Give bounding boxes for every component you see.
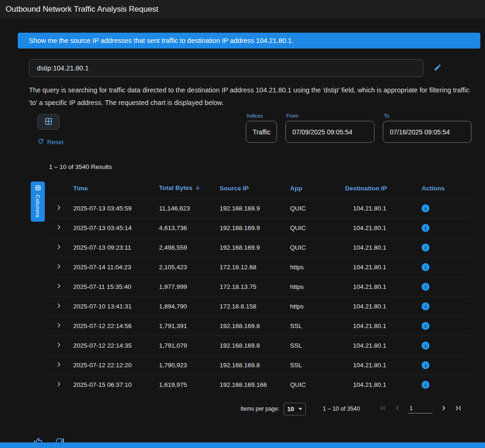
header-app[interactable]: App xyxy=(290,181,345,199)
cell-destination-ip: 104.21.80.1 xyxy=(345,297,422,316)
cell-app: SSL xyxy=(290,336,345,356)
row-info-button[interactable] xyxy=(422,302,430,310)
table-row: 2025-07-10 13:41:31 1,894,790 172.18.8.1… xyxy=(49,297,471,316)
columns-button-label: Columns xyxy=(35,195,41,217)
table-header-row: Time Total Bytes Source IP App Destinati… xyxy=(49,181,471,199)
row-expand-button[interactable] xyxy=(55,204,62,212)
cell-destination-ip: 104.21.80.1 xyxy=(345,258,422,277)
cell-total-bytes: 1,894,790 xyxy=(159,297,220,316)
controls-row: Reset Indices Traffic From 07/09/2025 09… xyxy=(0,113,485,150)
cell-source-ip: 172.18.13.75 xyxy=(220,277,290,297)
row-info-button[interactable] xyxy=(422,381,430,389)
items-per-page-select[interactable]: 10 xyxy=(284,403,306,415)
last-page-button[interactable] xyxy=(454,404,463,414)
table-row: 2025-07-12 22:14:56 1,791,391 192.168.16… xyxy=(49,316,471,336)
cell-time: 2025-07-15 06:37:10 xyxy=(73,375,159,395)
cell-total-bytes: 11,146,623 xyxy=(159,199,220,218)
table-row: 2025-07-11 15:35:40 1,977,999 172.18.13.… xyxy=(49,277,471,297)
cell-time: 2025-07-13 03:45:59 xyxy=(73,199,159,218)
sort-desc-icon xyxy=(194,185,201,192)
row-info-button[interactable] xyxy=(422,361,430,369)
page-title: Outbound Network Traffic Analysis Reques… xyxy=(6,5,159,14)
header-time[interactable]: Time xyxy=(73,181,159,199)
row-info-button[interactable] xyxy=(422,244,430,252)
first-page-button[interactable] xyxy=(379,404,388,414)
chevron-left-icon xyxy=(393,404,402,414)
chevron-right-icon xyxy=(55,381,62,389)
header-total-bytes[interactable]: Total Bytes xyxy=(159,181,220,199)
query-input[interactable] xyxy=(29,59,423,77)
cell-time: 2025-07-13 09:23:11 xyxy=(73,238,159,258)
pagination-bar: Items per page: 10 1 – 10 of 3540 xyxy=(49,402,471,416)
row-info-button[interactable] xyxy=(422,224,430,232)
row-expand-button[interactable] xyxy=(55,224,62,232)
chevron-right-icon xyxy=(55,204,62,212)
cell-source-ip: 192.168.169.9 xyxy=(220,218,290,238)
cell-app: QUIC xyxy=(290,199,345,218)
info-icon xyxy=(422,283,430,291)
columns-button[interactable]: Columns xyxy=(31,182,45,222)
row-info-button[interactable] xyxy=(422,263,430,271)
next-page-button[interactable] xyxy=(439,404,448,414)
from-filter: From 07/09/2025 09:05:54 xyxy=(285,113,374,143)
row-expand-button[interactable] xyxy=(55,283,62,291)
header-actions: Actions xyxy=(422,181,471,199)
header-source-ip[interactable]: Source IP xyxy=(220,181,290,199)
table-body: 2025-07-13 03:45:59 11,146,623 192.168.1… xyxy=(49,199,471,395)
cell-app: https xyxy=(290,297,345,316)
row-info-button[interactable] xyxy=(422,283,430,291)
prev-page-button[interactable] xyxy=(393,404,402,414)
cell-app: SSL xyxy=(290,316,345,336)
row-expand-button[interactable] xyxy=(55,361,62,369)
edit-query-button[interactable] xyxy=(434,63,442,73)
indices-select[interactable]: Traffic xyxy=(246,121,277,143)
caret-down-icon xyxy=(298,408,302,410)
prompt-banner: Show me the source IP addresses that sen… xyxy=(18,33,480,49)
row-expand-button[interactable] xyxy=(55,263,62,271)
query-explanation: The query is searching for traffic data … xyxy=(29,84,471,109)
chevron-right-icon xyxy=(55,224,62,232)
to-date-input[interactable]: 07/16/2025 09:05:54 xyxy=(383,121,471,143)
table-row: 2025-07-15 06:37:10 1,619,975 192.168.16… xyxy=(49,375,471,395)
first-page-icon xyxy=(379,404,388,414)
cell-time: 2025-07-14 11:04:23 xyxy=(73,258,159,277)
row-info-button[interactable] xyxy=(422,342,430,350)
grid-view-icon xyxy=(44,117,53,127)
chart-view-button[interactable] xyxy=(37,114,60,130)
row-expand-button[interactable] xyxy=(55,381,62,389)
to-filter: To 07/16/2025 09:05:54 xyxy=(383,113,471,143)
chevron-right-icon xyxy=(55,361,62,369)
cell-app: https xyxy=(290,277,345,297)
items-per-page-label: Items per page: xyxy=(241,406,279,412)
refresh-icon xyxy=(37,138,44,146)
results-table-container: Columns Time Total Bytes Source IP App D… xyxy=(49,181,471,416)
indices-label: Indices xyxy=(247,113,277,119)
row-expand-button[interactable] xyxy=(55,342,62,350)
reset-button[interactable]: Reset xyxy=(37,138,63,146)
cell-total-bytes: 4,613,736 xyxy=(159,218,220,238)
cell-time: 2025-07-13 03:45:14 xyxy=(73,218,159,238)
row-expand-button[interactable] xyxy=(55,244,62,252)
bottom-accent-bar xyxy=(0,442,485,448)
chevron-right-icon xyxy=(55,283,62,291)
row-expand-button[interactable] xyxy=(55,322,62,330)
last-page-icon xyxy=(454,404,463,414)
row-info-button[interactable] xyxy=(422,204,430,212)
row-expand-button[interactable] xyxy=(55,302,62,310)
table-row: 2025-07-13 09:23:11 2,498,559 192.168.16… xyxy=(49,238,471,258)
items-per-page-value: 10 xyxy=(287,406,294,413)
cell-time: 2025-07-10 13:41:31 xyxy=(73,297,159,316)
info-icon xyxy=(422,342,430,350)
header-destination-ip[interactable]: Destination IP xyxy=(345,181,422,199)
cell-destination-ip: 104.21.80.1 xyxy=(345,238,422,258)
chevron-right-icon xyxy=(55,263,62,271)
cell-source-ip: 192.168.169.8 xyxy=(220,356,290,375)
table-row: 2025-07-13 03:45:59 11,146,623 192.168.1… xyxy=(49,199,471,218)
columns-grid-icon xyxy=(35,185,41,192)
from-date-input[interactable]: 07/09/2025 09:05:54 xyxy=(285,121,374,143)
info-icon xyxy=(422,263,430,271)
row-info-button[interactable] xyxy=(422,322,430,330)
filters: Indices Traffic From 07/09/2025 09:05:54… xyxy=(246,113,471,143)
page-number-input[interactable] xyxy=(409,405,433,413)
cell-destination-ip: 104.21.80.1 xyxy=(345,356,422,375)
